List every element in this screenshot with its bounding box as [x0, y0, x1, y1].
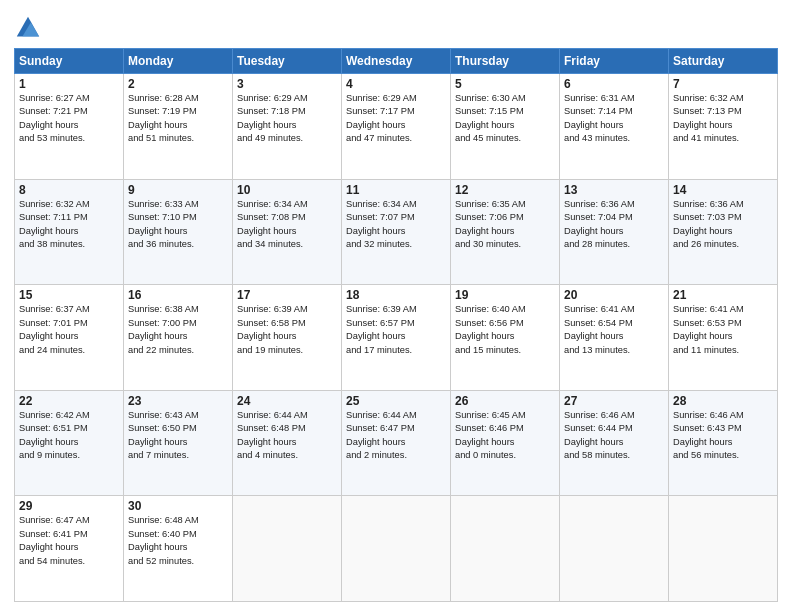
calendar-cell: 24Sunrise: 6:44 AMSunset: 6:48 PMDayligh… [233, 390, 342, 496]
calendar-cell: 9Sunrise: 6:33 AMSunset: 7:10 PMDaylight… [124, 179, 233, 285]
day-number: 28 [673, 394, 773, 408]
day-number: 19 [455, 288, 555, 302]
day-info: Sunrise: 6:41 AMSunset: 6:54 PMDaylight … [564, 303, 664, 357]
calendar-cell: 4Sunrise: 6:29 AMSunset: 7:17 PMDaylight… [342, 74, 451, 180]
calendar-table: SundayMondayTuesdayWednesdayThursdayFrid… [14, 48, 778, 602]
col-header-saturday: Saturday [669, 49, 778, 74]
calendar-week-row: 22Sunrise: 6:42 AMSunset: 6:51 PMDayligh… [15, 390, 778, 496]
calendar-cell: 27Sunrise: 6:46 AMSunset: 6:44 PMDayligh… [560, 390, 669, 496]
day-number: 16 [128, 288, 228, 302]
day-info: Sunrise: 6:29 AMSunset: 7:18 PMDaylight … [237, 92, 337, 146]
day-info: Sunrise: 6:46 AMSunset: 6:44 PMDaylight … [564, 409, 664, 463]
calendar-week-row: 29Sunrise: 6:47 AMSunset: 6:41 PMDayligh… [15, 496, 778, 602]
calendar-cell [451, 496, 560, 602]
calendar-cell: 18Sunrise: 6:39 AMSunset: 6:57 PMDayligh… [342, 285, 451, 391]
day-info: Sunrise: 6:39 AMSunset: 6:57 PMDaylight … [346, 303, 446, 357]
day-number: 13 [564, 183, 664, 197]
day-info: Sunrise: 6:34 AMSunset: 7:07 PMDaylight … [346, 198, 446, 252]
day-number: 12 [455, 183, 555, 197]
day-info: Sunrise: 6:30 AMSunset: 7:15 PMDaylight … [455, 92, 555, 146]
day-number: 21 [673, 288, 773, 302]
day-number: 7 [673, 77, 773, 91]
day-info: Sunrise: 6:41 AMSunset: 6:53 PMDaylight … [673, 303, 773, 357]
calendar-cell: 29Sunrise: 6:47 AMSunset: 6:41 PMDayligh… [15, 496, 124, 602]
calendar-cell: 6Sunrise: 6:31 AMSunset: 7:14 PMDaylight… [560, 74, 669, 180]
day-info: Sunrise: 6:32 AMSunset: 7:13 PMDaylight … [673, 92, 773, 146]
day-number: 24 [237, 394, 337, 408]
calendar-cell: 22Sunrise: 6:42 AMSunset: 6:51 PMDayligh… [15, 390, 124, 496]
day-info: Sunrise: 6:35 AMSunset: 7:06 PMDaylight … [455, 198, 555, 252]
day-number: 4 [346, 77, 446, 91]
page: SundayMondayTuesdayWednesdayThursdayFrid… [0, 0, 792, 612]
col-header-sunday: Sunday [15, 49, 124, 74]
col-header-wednesday: Wednesday [342, 49, 451, 74]
day-info: Sunrise: 6:48 AMSunset: 6:40 PMDaylight … [128, 514, 228, 568]
day-number: 23 [128, 394, 228, 408]
day-number: 25 [346, 394, 446, 408]
day-info: Sunrise: 6:29 AMSunset: 7:17 PMDaylight … [346, 92, 446, 146]
day-info: Sunrise: 6:32 AMSunset: 7:11 PMDaylight … [19, 198, 119, 252]
day-number: 29 [19, 499, 119, 513]
logo-icon [14, 14, 42, 42]
calendar-cell: 23Sunrise: 6:43 AMSunset: 6:50 PMDayligh… [124, 390, 233, 496]
day-number: 2 [128, 77, 228, 91]
calendar-week-row: 1Sunrise: 6:27 AMSunset: 7:21 PMDaylight… [15, 74, 778, 180]
calendar-cell: 5Sunrise: 6:30 AMSunset: 7:15 PMDaylight… [451, 74, 560, 180]
day-number: 14 [673, 183, 773, 197]
calendar-week-row: 15Sunrise: 6:37 AMSunset: 7:01 PMDayligh… [15, 285, 778, 391]
calendar-cell: 2Sunrise: 6:28 AMSunset: 7:19 PMDaylight… [124, 74, 233, 180]
day-info: Sunrise: 6:31 AMSunset: 7:14 PMDaylight … [564, 92, 664, 146]
calendar-cell: 25Sunrise: 6:44 AMSunset: 6:47 PMDayligh… [342, 390, 451, 496]
day-number: 20 [564, 288, 664, 302]
day-info: Sunrise: 6:47 AMSunset: 6:41 PMDaylight … [19, 514, 119, 568]
day-number: 17 [237, 288, 337, 302]
day-info: Sunrise: 6:37 AMSunset: 7:01 PMDaylight … [19, 303, 119, 357]
day-number: 22 [19, 394, 119, 408]
day-info: Sunrise: 6:33 AMSunset: 7:10 PMDaylight … [128, 198, 228, 252]
col-header-tuesday: Tuesday [233, 49, 342, 74]
col-header-friday: Friday [560, 49, 669, 74]
calendar-cell: 15Sunrise: 6:37 AMSunset: 7:01 PMDayligh… [15, 285, 124, 391]
day-number: 26 [455, 394, 555, 408]
day-number: 8 [19, 183, 119, 197]
logo [14, 14, 44, 42]
day-number: 18 [346, 288, 446, 302]
day-info: Sunrise: 6:45 AMSunset: 6:46 PMDaylight … [455, 409, 555, 463]
calendar-cell: 8Sunrise: 6:32 AMSunset: 7:11 PMDaylight… [15, 179, 124, 285]
calendar-cell: 21Sunrise: 6:41 AMSunset: 6:53 PMDayligh… [669, 285, 778, 391]
calendar-cell: 28Sunrise: 6:46 AMSunset: 6:43 PMDayligh… [669, 390, 778, 496]
day-number: 10 [237, 183, 337, 197]
calendar-cell: 19Sunrise: 6:40 AMSunset: 6:56 PMDayligh… [451, 285, 560, 391]
day-info: Sunrise: 6:44 AMSunset: 6:47 PMDaylight … [346, 409, 446, 463]
calendar-cell: 10Sunrise: 6:34 AMSunset: 7:08 PMDayligh… [233, 179, 342, 285]
calendar-cell [560, 496, 669, 602]
col-header-thursday: Thursday [451, 49, 560, 74]
calendar-cell: 3Sunrise: 6:29 AMSunset: 7:18 PMDaylight… [233, 74, 342, 180]
day-info: Sunrise: 6:39 AMSunset: 6:58 PMDaylight … [237, 303, 337, 357]
calendar-cell: 20Sunrise: 6:41 AMSunset: 6:54 PMDayligh… [560, 285, 669, 391]
calendar-cell: 26Sunrise: 6:45 AMSunset: 6:46 PMDayligh… [451, 390, 560, 496]
calendar-cell: 13Sunrise: 6:36 AMSunset: 7:04 PMDayligh… [560, 179, 669, 285]
header [14, 10, 778, 42]
day-number: 9 [128, 183, 228, 197]
calendar-cell: 12Sunrise: 6:35 AMSunset: 7:06 PMDayligh… [451, 179, 560, 285]
day-info: Sunrise: 6:38 AMSunset: 7:00 PMDaylight … [128, 303, 228, 357]
calendar-cell: 30Sunrise: 6:48 AMSunset: 6:40 PMDayligh… [124, 496, 233, 602]
day-info: Sunrise: 6:36 AMSunset: 7:03 PMDaylight … [673, 198, 773, 252]
day-number: 6 [564, 77, 664, 91]
day-number: 1 [19, 77, 119, 91]
day-info: Sunrise: 6:34 AMSunset: 7:08 PMDaylight … [237, 198, 337, 252]
day-number: 15 [19, 288, 119, 302]
day-number: 3 [237, 77, 337, 91]
calendar-cell: 16Sunrise: 6:38 AMSunset: 7:00 PMDayligh… [124, 285, 233, 391]
day-info: Sunrise: 6:43 AMSunset: 6:50 PMDaylight … [128, 409, 228, 463]
calendar-cell: 14Sunrise: 6:36 AMSunset: 7:03 PMDayligh… [669, 179, 778, 285]
day-info: Sunrise: 6:40 AMSunset: 6:56 PMDaylight … [455, 303, 555, 357]
calendar-cell: 7Sunrise: 6:32 AMSunset: 7:13 PMDaylight… [669, 74, 778, 180]
calendar-cell: 11Sunrise: 6:34 AMSunset: 7:07 PMDayligh… [342, 179, 451, 285]
calendar-cell [233, 496, 342, 602]
calendar-header-row: SundayMondayTuesdayWednesdayThursdayFrid… [15, 49, 778, 74]
calendar-cell: 17Sunrise: 6:39 AMSunset: 6:58 PMDayligh… [233, 285, 342, 391]
col-header-monday: Monday [124, 49, 233, 74]
day-info: Sunrise: 6:27 AMSunset: 7:21 PMDaylight … [19, 92, 119, 146]
